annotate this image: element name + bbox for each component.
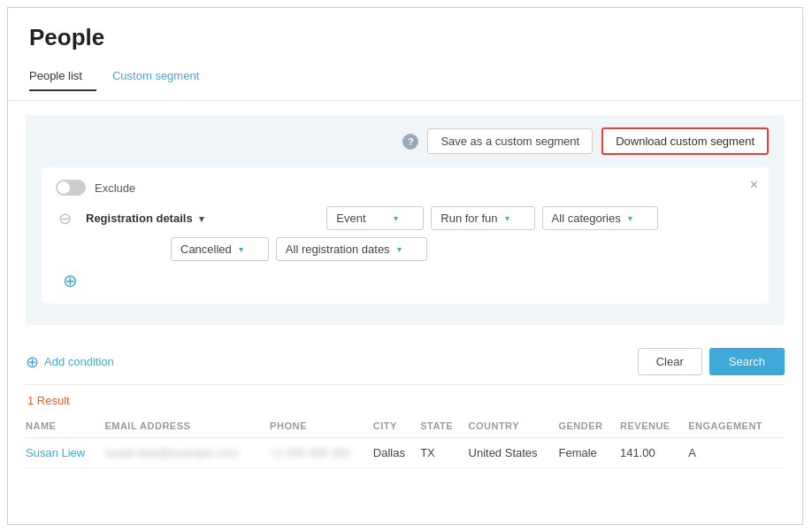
col-phone: PHONE: [270, 414, 373, 438]
all-registration-dates-select[interactable]: All registration dates ▾: [276, 237, 427, 261]
result-count: 1 Result: [26, 394, 785, 407]
table-body: Susan Liew susan.liew@example.com +1 555…: [26, 438, 785, 468]
col-gender: GENDER: [558, 414, 620, 438]
dates-arrow: ▾: [397, 244, 402, 254]
col-engagement: ENGAGEMENT: [688, 414, 785, 438]
col-revenue: REVENUE: [620, 414, 688, 438]
event-select-arrow: ▾: [394, 213, 398, 223]
tab-custom-segment[interactable]: Custom segment: [112, 64, 213, 91]
page-title: People: [29, 24, 781, 51]
cell-country: United States: [469, 438, 559, 468]
run-for-fun-select[interactable]: Run for fun ▾: [431, 206, 534, 230]
event-select[interactable]: Event ▾: [326, 206, 424, 230]
tab-people-list[interactable]: People list: [29, 64, 96, 91]
cell-city: Dallas: [373, 438, 420, 468]
table-row: Susan Liew susan.liew@example.com +1 555…: [26, 438, 785, 468]
condition-block: × Exclude ⊖ Registration details ▾ Event: [42, 167, 769, 304]
segment-top-bar: ? Save as a custom segment Download cust…: [42, 127, 769, 155]
col-country: COUNTRY: [469, 414, 559, 438]
exclude-row: Exclude: [56, 180, 755, 196]
col-name: NAME: [26, 414, 104, 438]
divider: [26, 384, 785, 385]
results-section: 1 Result NAME EMAIL ADDRESS PHONE CITY S…: [8, 394, 802, 468]
action-bar: ⊕ Add condition Clear Search: [8, 339, 802, 384]
col-email: EMAIL ADDRESS: [104, 414, 270, 438]
cell-engagement: A: [688, 438, 785, 468]
table-header: NAME EMAIL ADDRESS PHONE CITY STATE COUN…: [26, 414, 785, 438]
cell-name[interactable]: Susan Liew: [26, 438, 104, 468]
tab-bar: People list Custom segment: [29, 64, 781, 91]
add-condition-button[interactable]: ⊕ Add condition: [26, 352, 114, 372]
download-segment-button[interactable]: Download custom segment: [601, 127, 769, 155]
cancelled-select[interactable]: Cancelled ▾: [171, 237, 269, 261]
condition-row-1: ⊖ Registration details ▾ Event ▾ Run for…: [56, 206, 755, 230]
help-icon[interactable]: ?: [402, 134, 418, 150]
cancelled-arrow: ▾: [239, 244, 243, 254]
close-icon[interactable]: ×: [750, 178, 758, 192]
categories-select-arrow: ▾: [628, 213, 632, 223]
plus-row: ⊕: [63, 270, 755, 291]
cell-gender: Female: [558, 438, 620, 468]
exclude-toggle[interactable]: [56, 180, 86, 196]
add-sub-condition-icon[interactable]: ⊕: [63, 271, 78, 290]
selects-row-1: Event ▾ Run for fun ▾ All categories ▾: [326, 206, 657, 230]
search-button[interactable]: Search: [709, 348, 785, 375]
right-action-buttons: Clear Search: [638, 348, 785, 375]
save-segment-button[interactable]: Save as a custom segment: [427, 128, 593, 154]
registration-details-label: Registration details ▾: [86, 212, 204, 225]
col-state: STATE: [420, 414, 468, 438]
cell-phone: +1 555 000 000: [270, 438, 373, 468]
clear-button[interactable]: Clear: [638, 348, 702, 375]
exclude-label: Exclude: [95, 181, 135, 195]
all-categories-select[interactable]: All categories ▾: [542, 206, 658, 230]
cell-email: susan.liew@example.com: [104, 438, 270, 468]
run-select-arrow: ▾: [505, 213, 509, 223]
selects-row-2: Cancelled ▾ All registration dates ▾: [171, 237, 755, 261]
cell-state: TX: [420, 438, 468, 468]
segment-area: ? Save as a custom segment Download cust…: [26, 115, 785, 325]
toggle-knob: [57, 181, 70, 194]
cell-revenue: 141.00: [620, 438, 688, 468]
remove-condition-icon[interactable]: ⊖: [56, 209, 73, 228]
results-table: NAME EMAIL ADDRESS PHONE CITY STATE COUN…: [26, 414, 785, 468]
reg-chevron-icon: ▾: [199, 213, 204, 225]
add-condition-plus-icon: ⊕: [26, 352, 39, 372]
col-city: CITY: [373, 414, 420, 438]
